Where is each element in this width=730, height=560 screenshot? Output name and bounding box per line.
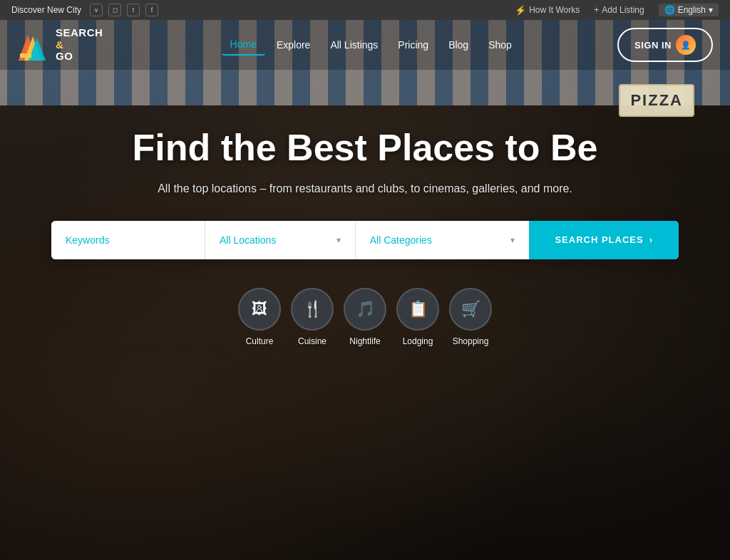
lodging-label: Lodging	[403, 336, 433, 346]
city-text: Discover New City	[11, 5, 81, 15]
hero-content: Find the Best Places to Be All the top l…	[0, 70, 730, 346]
shopping-category[interactable]: 🛒 Shopping	[449, 288, 492, 346]
culture-label: Culture	[246, 336, 274, 346]
cuisine-icon: 🍴	[291, 288, 334, 331]
category-select[interactable]: All Categories ▾	[356, 221, 530, 259]
nav-links: Home Explore All Listings Pricing Blog S…	[124, 34, 617, 56]
top-bar-left: Discover New City v ◻ t f	[11, 4, 158, 16]
hero-section: PIZZA SEARCH & GO Home Explore All Listi…	[0, 20, 730, 560]
lodging-icon: 📋	[396, 288, 439, 331]
cuisine-label: Cuisine	[298, 336, 327, 346]
search-button[interactable]: SEARCH PLACES ›	[529, 221, 679, 259]
add-listing-icon: +	[594, 5, 599, 15]
nav-home[interactable]: Home	[222, 34, 265, 56]
logo-svg	[17, 29, 48, 61]
main-navigation: SEARCH & GO Home Explore All Listings Pr…	[0, 20, 730, 70]
nav-shop[interactable]: Shop	[480, 35, 520, 55]
globe-icon: 🌐	[664, 5, 675, 15]
how-it-works-icon: ⚡	[515, 5, 526, 16]
logo-text: SEARCH & GO	[56, 27, 103, 63]
twitter-icon[interactable]: t	[127, 4, 140, 16]
logo-icon	[17, 29, 48, 61]
nav-explore[interactable]: Explore	[268, 35, 319, 55]
vimeo-icon[interactable]: v	[90, 4, 103, 16]
lodging-category[interactable]: 📋 Lodging	[396, 288, 439, 346]
social-icons: v ◻ t f	[90, 4, 158, 16]
location-chevron-icon: ▾	[336, 235, 341, 245]
category-icons: 🖼 Culture 🍴 Cuisine 🎵 Nightlife 📋 Lodgin…	[238, 288, 492, 346]
user-avatar: 👤	[676, 35, 696, 55]
lang-chevron-icon: ▾	[709, 5, 713, 15]
category-chevron-icon: ▾	[510, 235, 515, 245]
sign-in-button[interactable]: SIGN IN 👤	[617, 28, 713, 62]
add-listing-link[interactable]: + Add Listing	[594, 5, 644, 15]
nav-blog[interactable]: Blog	[440, 35, 477, 55]
language-selector[interactable]: 🌐 English ▾	[659, 4, 719, 16]
search-bar: All Locations ▾ All Categories ▾ SEARCH …	[51, 221, 679, 259]
culture-category[interactable]: 🖼 Culture	[238, 288, 281, 346]
nav-all-listings[interactable]: All Listings	[322, 35, 386, 55]
top-bar-right: ⚡ How It Works + Add Listing 🌐 English ▾	[515, 4, 719, 16]
top-bar: Discover New City v ◻ t f ⚡ How It Works…	[0, 0, 730, 20]
cuisine-category[interactable]: 🍴 Cuisine	[291, 288, 334, 346]
nav-pricing[interactable]: Pricing	[389, 35, 437, 55]
location-select[interactable]: All Locations ▾	[205, 221, 356, 259]
nightlife-category[interactable]: 🎵 Nightlife	[344, 288, 386, 346]
how-it-works-link[interactable]: ⚡ How It Works	[515, 5, 580, 16]
keywords-input[interactable]	[51, 221, 205, 259]
logo[interactable]: SEARCH & GO	[17, 27, 103, 63]
instagram-icon[interactable]: ◻	[108, 4, 121, 16]
nightlife-icon: 🎵	[344, 288, 386, 331]
facebook-icon[interactable]: f	[145, 4, 158, 16]
hero-subtitle: All the top locations – from restaurants…	[158, 182, 572, 195]
shopping-label: Shopping	[453, 336, 489, 346]
svg-rect-4	[20, 53, 31, 58]
shopping-icon: 🛒	[449, 288, 492, 331]
search-arrow-icon: ›	[649, 234, 653, 245]
nightlife-label: Nightlife	[349, 336, 380, 346]
culture-icon: 🖼	[238, 288, 281, 331]
hero-title: Find the Best Places to Be	[132, 127, 597, 170]
